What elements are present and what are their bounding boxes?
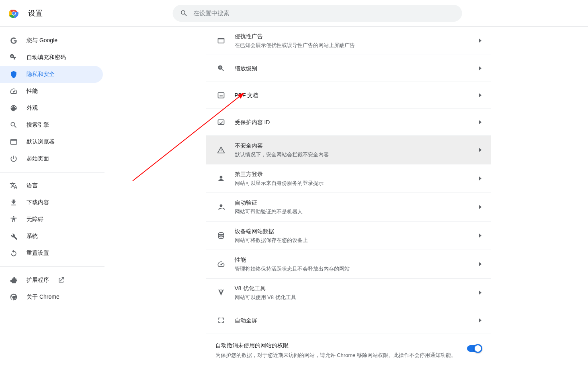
wrench-icon	[10, 232, 18, 240]
sidebar-item-shield[interactable]: 隐私和安全	[0, 66, 103, 83]
key-icon	[10, 53, 18, 62]
row-title: 自动全屏	[235, 316, 479, 324]
sidebar-item-ext[interactable]: 扩展程序	[0, 272, 103, 289]
sidebar-item-speed[interactable]: 性能	[0, 83, 103, 100]
sidebar-label: 您与 Google	[27, 37, 57, 44]
row-text: 受保护内容 ID	[235, 118, 479, 126]
search-icon	[180, 9, 188, 17]
chevron-right-icon	[479, 148, 481, 152]
row-title: 自动验证	[235, 199, 479, 207]
sidebar-item-google[interactable]: 您与 Google	[0, 32, 103, 49]
settings-row-speed[interactable]: 性能管理将始终保持活跃状态且不会释放出内存的网站	[206, 250, 491, 279]
chevron-right-icon	[479, 205, 481, 209]
content-pane[interactable]: 侵扰性广告在已知会展示侵扰性或误导性广告的网站上屏蔽广告缩放级别PDFPDF 文…	[206, 27, 491, 367]
sidebar-item-chrome[interactable]: 关于 Chrome	[0, 289, 103, 305]
row-subtitle: 网站可以显示来自身份服务的登录提示	[235, 180, 479, 187]
row-title: 性能	[235, 256, 479, 264]
sidebar-label: 扩展程序	[27, 277, 49, 284]
shield-icon	[10, 70, 18, 78]
sidebar-label: 自动填充和密码	[27, 54, 66, 61]
settings-row-fullscreen[interactable]: 自动全屏	[206, 307, 491, 334]
row-text: 第三方登录网站可以显示来自身份服务的登录提示	[235, 170, 479, 187]
chevron-right-icon	[479, 234, 481, 238]
settings-row-pdf[interactable]: PDFPDF 文档	[206, 82, 491, 109]
row-subtitle: 默认情况下，安全网站会拦截不安全内容	[235, 151, 479, 158]
settings-row-verify[interactable]: 自动验证网站可帮助验证您不是机器人	[206, 193, 491, 221]
row-title: 缩放级别	[235, 64, 479, 72]
row-text: 自动验证网站可帮助验证您不是机器人	[235, 199, 479, 215]
fullscreen-icon	[217, 316, 225, 324]
sidebar-label: 关于 Chrome	[27, 293, 59, 301]
sidebar-item-reset[interactable]: 重置设置	[0, 245, 103, 262]
chevron-right-icon	[479, 120, 481, 124]
block-title: 自动撤消未使用的网站的权限	[215, 342, 461, 349]
settings-row-zoom[interactable]: 缩放级别	[206, 55, 491, 82]
sidebar-label: 下载内容	[27, 199, 49, 206]
page-title: 设置	[28, 8, 43, 18]
row-title: PDF 文档	[235, 91, 479, 99]
row-subtitle: 网站可帮助验证您不是机器人	[235, 208, 479, 215]
sidebar-label: 隐私和安全	[27, 71, 55, 78]
chrome-logo-icon	[8, 8, 19, 19]
settings-row-person[interactable]: 第三方登录网站可以显示来自身份服务的登录提示	[206, 164, 491, 193]
svg-rect-6	[221, 149, 221, 151]
sidebar-label: 起始页面	[27, 155, 49, 162]
chevron-right-icon	[479, 318, 481, 322]
pdf-icon: PDF	[217, 91, 225, 99]
settings-sidebar: 您与 Google自动填充和密码隐私和安全性能外观搜索引擎默认浏览器起始页面语言…	[0, 27, 109, 367]
sidebar-item-key[interactable]: 自动填充和密码	[0, 49, 103, 66]
settings-row-db[interactable]: 设备端网站数据网站可将数据保存在您的设备上	[206, 221, 491, 250]
sidebar-item-window[interactable]: 默认浏览器	[0, 133, 103, 150]
zoom-icon	[217, 64, 225, 72]
row-title: 设备端网站数据	[235, 227, 479, 235]
auto-revoke-toggle[interactable]	[467, 345, 481, 352]
power-icon	[10, 155, 18, 163]
window-icon	[217, 37, 225, 45]
search-icon	[10, 121, 18, 129]
row-text: 不安全内容默认情况下，安全网站会拦截不安全内容	[235, 141, 479, 158]
sidebar-item-wrench[interactable]: 系统	[0, 228, 103, 245]
sidebar-item-search[interactable]: 搜索引擎	[0, 117, 103, 133]
v8-icon	[217, 289, 225, 297]
row-title: 侵扰性广告	[235, 32, 479, 40]
window-icon	[10, 138, 18, 146]
open-external-icon	[57, 276, 65, 284]
row-text: 性能管理将始终保持活跃状态且不会释放出内存的网站	[235, 256, 479, 273]
google-icon	[10, 37, 18, 45]
settings-row-protected[interactable]: 受保护内容 ID	[206, 109, 491, 136]
chevron-right-icon	[479, 39, 481, 43]
chevron-right-icon	[479, 93, 481, 97]
row-text: 缩放级别	[235, 64, 479, 72]
row-text: 设备端网站数据网站可将数据保存在您的设备上	[235, 227, 479, 244]
block-subtitle: 为保护您的数据，对于您近期未访问的网站，请允许 Chrome 移除网站权限。此操…	[215, 352, 461, 359]
speed-icon	[10, 87, 18, 95]
svg-point-2	[12, 12, 15, 15]
sidebar-label: 系统	[27, 233, 38, 240]
row-title: V8 优化工具	[235, 284, 479, 292]
sidebar-item-power[interactable]: 起始页面	[0, 150, 103, 167]
row-title: 受保护内容 ID	[235, 118, 479, 126]
chevron-right-icon	[479, 176, 481, 180]
warn-icon	[217, 146, 225, 154]
sidebar-item-access[interactable]: 无障碍	[0, 211, 103, 228]
sidebar-item-download[interactable]: 下载内容	[0, 194, 103, 211]
sidebar-item-palette[interactable]: 外观	[0, 100, 103, 117]
sidebar-label: 无障碍	[27, 216, 43, 223]
search-bar[interactable]	[172, 5, 462, 22]
palette-icon	[10, 104, 18, 112]
sidebar-label: 语言	[27, 182, 38, 189]
sidebar-label: 外观	[27, 105, 38, 112]
settings-row-v8[interactable]: V8 优化工具网站可以使用 V8 优化工具	[206, 279, 491, 307]
db-icon	[217, 232, 225, 240]
row-subtitle: 网站可将数据保存在您的设备上	[235, 237, 479, 244]
sidebar-item-lang[interactable]: 语言	[0, 177, 103, 194]
sidebar-divider	[0, 172, 104, 172]
settings-row-window[interactable]: 侵扰性广告在已知会展示侵扰性或误导性广告的网站上屏蔽广告	[206, 27, 491, 55]
search-input[interactable]	[193, 10, 455, 16]
row-subtitle: 在已知会展示侵扰性或误导性广告的网站上屏蔽广告	[235, 42, 479, 49]
sidebar-label: 重置设置	[27, 250, 49, 257]
lang-icon	[10, 182, 18, 190]
row-subtitle: 网站可以使用 V8 优化工具	[235, 294, 479, 301]
settings-row-warn[interactable]: 不安全内容默认情况下，安全网站会拦截不安全内容	[206, 136, 491, 164]
sidebar-label: 默认浏览器	[27, 138, 55, 146]
